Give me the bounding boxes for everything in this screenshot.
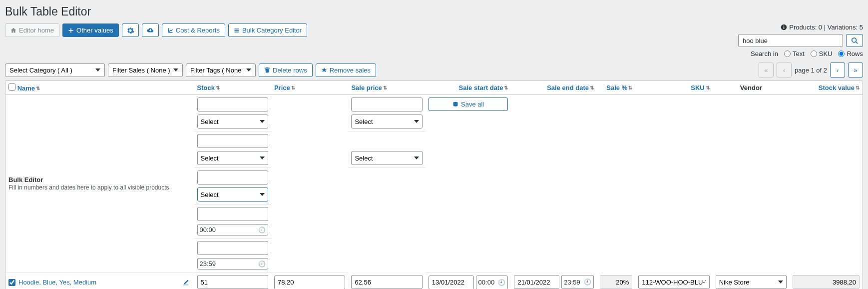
cost-reports-button[interactable]: Cost & Reports — [162, 24, 225, 37]
edit-icon[interactable] — [182, 278, 189, 286]
svg-point-3 — [852, 38, 857, 42]
col-name-sort[interactable]: Name ⇅ — [17, 84, 40, 92]
sku-input[interactable] — [638, 275, 709, 289]
end-time-input[interactable]: 23:59🕘 — [561, 275, 594, 289]
col-saleprice-sort[interactable]: Sale price ⇅ — [351, 84, 387, 92]
filter-tags[interactable]: Filter Tags ( None ) — [186, 64, 256, 77]
bulk-category-button[interactable]: Bulk Category Editor — [228, 24, 307, 37]
page-indicator: page 1 of 2 — [795, 66, 827, 74]
page-first-button[interactable]: « — [759, 62, 774, 78]
list-icon — [234, 28, 240, 34]
cloud-download-icon — [147, 27, 154, 34]
sale-pct-display — [600, 275, 632, 289]
sale-input[interactable] — [351, 275, 422, 289]
stock-input[interactable] — [197, 275, 268, 289]
start-date-input[interactable] — [429, 276, 474, 290]
col-vendor-header: Vendor — [740, 84, 762, 92]
pagination-top: « ‹ page 1 of 2 › » — [759, 62, 863, 78]
editor-home-label: Editor home — [19, 26, 54, 34]
bulk-starttime-input[interactable]: 00:00🕘 — [197, 224, 268, 236]
bulk-desc: Fill in numbers and dates here to apply … — [8, 184, 169, 191]
gear-icon — [127, 27, 134, 34]
bulk-price-select[interactable]: Select — [197, 151, 268, 165]
clock-icon: 🕘 — [258, 260, 266, 268]
download-button[interactable] — [142, 24, 159, 37]
svg-rect-2 — [784, 26, 785, 26]
delete-rows-button[interactable]: Delete rows — [259, 64, 313, 77]
bulk-sku-input[interactable] — [351, 98, 422, 112]
col-stock-sort[interactable]: Stock ⇅ — [197, 84, 220, 92]
row-checkbox[interactable] — [8, 279, 15, 286]
search-in-label: Search in — [751, 50, 778, 58]
filter-sales[interactable]: Filter Sales ( None ) — [108, 64, 183, 77]
search-in-text[interactable]: Text — [784, 50, 805, 58]
stock-value-display — [793, 275, 860, 289]
remove-sales-label: Remove sales — [330, 66, 371, 74]
col-salepct-sort[interactable]: Sale % ⇅ — [606, 84, 632, 92]
settings-button[interactable] — [122, 24, 139, 37]
bulk-stock-input[interactable] — [197, 98, 268, 112]
col-startdate-sort[interactable]: Sale start date ⇅ — [459, 84, 508, 92]
sort-icon: ⇅ — [383, 85, 387, 90]
bulk-vendor-select[interactable]: Select — [351, 151, 422, 165]
bulk-sku-select[interactable]: Select — [351, 114, 422, 128]
search-in-sku[interactable]: SKU — [811, 50, 833, 58]
bulk-sale-select[interactable]: Select — [197, 188, 268, 202]
search-button[interactable] — [846, 34, 863, 47]
bulk-category-label: Bulk Category Editor — [242, 26, 302, 34]
bulk-enddate-input[interactable] — [197, 241, 268, 255]
cost-reports-label: Cost & Reports — [176, 26, 220, 34]
start-time-input[interactable]: 00:00🕘 — [476, 276, 508, 290]
search-in-rows[interactable]: Rows — [838, 50, 863, 58]
page-last-button[interactable]: » — [848, 62, 863, 78]
other-values-label: Other values — [76, 26, 113, 34]
clock-icon: 🕘 — [498, 279, 505, 286]
sort-icon: ⇅ — [291, 85, 295, 90]
sort-icon: ⇅ — [856, 85, 860, 90]
plus-icon — [68, 28, 74, 34]
sort-icon: ⇅ — [628, 85, 632, 90]
sort-icon: ⇅ — [706, 85, 710, 90]
bulk-endtime-input[interactable]: 23:59🕘 — [197, 258, 268, 270]
save-all-top-button[interactable]: Save all — [429, 98, 508, 111]
sort-icon: ⇅ — [36, 86, 40, 91]
product-count-info: Products: 0 | Variations: 5 — [781, 24, 863, 31]
price-input[interactable] — [274, 276, 345, 290]
bulk-title: Bulk Editor — [8, 176, 43, 184]
trash-icon — [264, 67, 270, 73]
page-prev-button[interactable]: ‹ — [777, 62, 792, 78]
bulk-sale-input[interactable] — [197, 170, 268, 184]
sort-icon: ⇅ — [216, 85, 220, 90]
chart-icon — [167, 28, 173, 34]
bulk-startdate-input[interactable] — [197, 207, 268, 221]
home-icon — [10, 28, 16, 34]
select-all-checkbox[interactable] — [8, 84, 15, 90]
page-next-button[interactable]: › — [830, 62, 845, 78]
clock-icon: 🕘 — [584, 278, 591, 286]
delete-rows-label: Delete rows — [273, 66, 307, 74]
svg-rect-1 — [784, 27, 785, 29]
col-sku-sort[interactable]: SKU ⇅ — [691, 84, 709, 92]
search-input[interactable] — [738, 34, 843, 47]
end-date-input[interactable] — [514, 275, 559, 289]
vendor-select[interactable]: Nike Store — [716, 275, 787, 289]
star-icon — [321, 67, 327, 73]
bulk-stock-select[interactable]: Select — [197, 114, 268, 128]
col-price-sort[interactable]: Price ⇅ — [274, 84, 295, 92]
col-enddate-sort[interactable]: Sale end date ⇅ — [547, 84, 594, 92]
database-icon — [452, 102, 458, 108]
search-icon — [851, 37, 858, 44]
sort-icon: ⇅ — [504, 85, 508, 90]
info-icon — [781, 24, 787, 30]
editor-home-button[interactable]: Editor home — [5, 24, 59, 37]
clock-icon: 🕘 — [258, 226, 266, 234]
table-row: Hoodie, Blue, Yes, Medium 00:00🕘 23:59🕘 … — [5, 272, 863, 289]
remove-sales-button[interactable]: Remove sales — [316, 64, 376, 77]
sort-icon: ⇅ — [590, 85, 594, 90]
bulk-editor-row: Bulk Editor Fill in numbers and dates he… — [5, 95, 863, 273]
filter-category[interactable]: Select Category ( All ) — [5, 64, 105, 77]
bulk-price-input[interactable] — [197, 134, 268, 148]
product-name-link[interactable]: Hoodie, Blue, Yes, Medium — [18, 278, 96, 286]
other-values-button[interactable]: Other values — [62, 24, 119, 37]
col-stockvalue-sort[interactable]: Stock value ⇅ — [819, 84, 860, 92]
